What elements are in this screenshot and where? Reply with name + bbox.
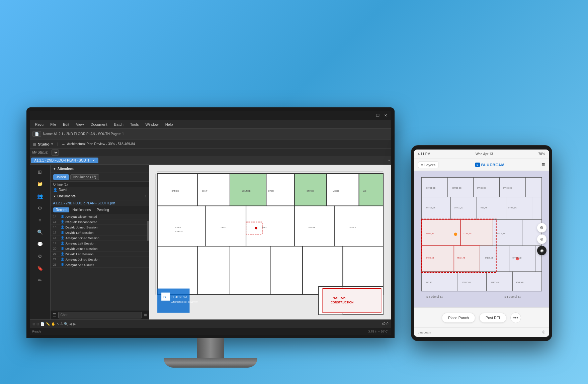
sidebar-search-icon[interactable]: 🔍 (34, 227, 46, 237)
record-item-16: 16 👤 David: Joined Session (51, 225, 149, 230)
sidebar-chat-bubble-icon[interactable]: 💬 (34, 239, 46, 249)
tablet-time: 4:11 PM (418, 152, 430, 156)
tablet-device: 4:11 PM Wed Apr 13 70% ≡ Layers B BLUEBE… (411, 146, 552, 341)
sidebar-settings-icon[interactable]: ⚙ (34, 203, 46, 213)
joined-tab[interactable]: Joined (53, 174, 69, 180)
grid-tb-icon[interactable]: ⊞ (32, 322, 35, 326)
menu-batch[interactable]: Batch (111, 122, 126, 127)
not-joined-tab[interactable]: Not Joined (12) (70, 174, 99, 180)
title-bar: — ❐ ✕ (30, 111, 391, 120)
title-bar-controls: — ❐ ✕ (367, 113, 389, 118)
text-icon[interactable]: A (61, 322, 63, 326)
forward-icon[interactable]: ▶ (73, 322, 76, 326)
menu-view[interactable]: View (73, 122, 87, 127)
svg-text:CONF_AB: CONF_AB (426, 233, 434, 234)
svg-point-30 (255, 227, 257, 229)
pending-tab[interactable]: Pending (94, 207, 112, 212)
svg-text:OFFICE_DE: OFFICE_DE (452, 187, 461, 189)
attendees-label: Attendees (57, 167, 73, 171)
documents-label: Documents (57, 194, 75, 198)
grid-icon: ▦ (32, 142, 36, 147)
menu-file[interactable]: File (48, 122, 59, 127)
svg-text:OFFICE: OFFICE (171, 190, 179, 192)
tablet-bottom-bar: bluebeam ⓘ (414, 327, 549, 337)
svg-text:—: — (482, 295, 485, 298)
svg-rect-7 (327, 174, 359, 206)
menu-help[interactable]: Help (163, 122, 176, 127)
studio-session-name: Architectural Plan Review - 30% - 518-46… (67, 142, 135, 146)
compass-icon[interactable]: ◉ (537, 246, 547, 255)
pan-icon[interactable]: ✋ (51, 322, 55, 326)
menu-document[interactable]: Document (88, 122, 110, 127)
sidebar-layers-icon[interactable]: ≡ (34, 215, 46, 225)
more-options-button[interactable]: ••• (510, 312, 521, 323)
post-rfi-button[interactable]: Post RFI (479, 313, 506, 323)
bb-logo-text: BLUEBEAM (481, 163, 505, 167)
file-btn[interactable]: 📄 (32, 131, 41, 137)
map-controls: ⚙ ⊕ ◉ (537, 223, 547, 255)
menu-tools[interactable]: Tools (128, 122, 142, 127)
sidebar-home-icon[interactable]: ⊞ (34, 167, 46, 177)
back-icon[interactable]: ◀ (69, 322, 72, 326)
close-button[interactable]: ✕ (383, 113, 389, 118)
svg-text:OFFICE: OFFICE (175, 230, 183, 232)
align-icon[interactable]: ⊟ (36, 322, 39, 326)
record-list: 14 👤 Ameya: Disconnected 15 👤 Raquel: Di… (51, 214, 149, 310)
select-icon[interactable]: ↖ (57, 322, 59, 326)
sidebar-people-icon[interactable]: 👥 (34, 191, 46, 201)
svg-rect-3 (197, 174, 230, 206)
minimize-button[interactable]: — (367, 113, 372, 118)
blueprint-svg: B BLUEBEAM A NEMETSCHEK COMPANY O (149, 165, 391, 319)
maximize-button[interactable]: ❐ (375, 113, 381, 118)
main-area: ⊞ 📁 👥 ⚙ ≡ 🔍 💬 ⚙ 🔖 ✏ (30, 165, 391, 319)
tab-dropdown-icon[interactable]: ▾ (388, 159, 390, 162)
svg-rect-15 (197, 246, 230, 295)
record-tab[interactable]: Record (53, 207, 69, 212)
filter-icon[interactable]: ⊞ (144, 313, 147, 317)
document-file[interactable]: A1.2.1 - 2ND FLOOR PLAN - SOUTH.pdf (51, 200, 149, 206)
notifications-tab[interactable]: Notifications (70, 207, 93, 212)
svg-text:LOUNGE: LOUNGE (242, 190, 250, 192)
place-punch-button[interactable]: Place Punch (442, 313, 475, 323)
svg-rect-73 (486, 272, 512, 291)
measure-icon[interactable]: 📏 (46, 322, 50, 326)
scrollbar[interactable] (147, 221, 149, 241)
user-icon-22: 👤 (61, 258, 64, 261)
sidebar-gear-icon[interactable]: ⚙ (34, 251, 46, 261)
record-item-21: 21 👤 David: Left Session (51, 252, 149, 257)
svg-text:S Federal St: S Federal St (426, 295, 442, 298)
tab-close-icon[interactable]: ✕ (92, 159, 95, 162)
record-item-20: 20 👤 David: Joined Session (51, 246, 149, 252)
attendee-name: David (59, 188, 68, 192)
svg-text:OFFICE_DE: OFFICE_DE (426, 207, 435, 209)
bluebeam-logo: B BLUEBEAM (475, 163, 505, 167)
tablet-screen: 4:11 PM Wed Apr 13 70% ≡ Layers B BLUEBE… (414, 150, 549, 337)
svg-rect-16 (230, 246, 270, 295)
svg-rect-10 (205, 206, 246, 247)
doc-icon[interactable]: 📄 (40, 322, 45, 326)
zoom-icon[interactable]: 🔍 (64, 322, 68, 326)
sidebar-folder-icon[interactable]: 📁 (34, 179, 46, 189)
sidebar-pen-icon[interactable]: ✏ (34, 275, 46, 285)
location-icon[interactable]: ⊕ (537, 234, 547, 244)
chat-list-icon: ☰ (53, 313, 56, 317)
svg-rect-57 (421, 197, 450, 220)
chat-input[interactable] (58, 312, 142, 318)
tab-floor-plan[interactable]: A1.2.1 - 2ND FLOOR PLAN - SOUTH ✕ (31, 158, 99, 163)
sidebar-bookmark-icon[interactable]: 🔖 (34, 263, 46, 273)
sort-icon[interactable]: ↕ (145, 194, 146, 198)
menu-window[interactable]: Window (143, 122, 161, 127)
status-dropdown[interactable] (52, 150, 59, 156)
tablet-map-area[interactable]: S Federal St — S Federal St (414, 171, 549, 307)
hamburger-menu-icon[interactable]: ≡ (541, 161, 545, 168)
layers-button[interactable]: ≡ Layers (418, 162, 438, 168)
tab-label: A1.2.1 - 2ND FLOOR PLAN - SOUTH (34, 159, 91, 162)
settings-map-icon[interactable]: ⚙ (537, 223, 547, 232)
monitor-bezel: — ❐ ✕ Revu File Edit View Document Batch (26, 107, 395, 338)
document-viewer[interactable]: B BLUEBEAM A NEMETSCHEK COMPANY O (149, 165, 391, 319)
tablet-action-bar: Place Punch Post RFI ••• (414, 307, 549, 327)
monitor-stand-base (164, 358, 257, 368)
menu-revu[interactable]: Revu (32, 122, 47, 127)
info-icon[interactable]: ⓘ (542, 330, 545, 334)
menu-edit[interactable]: Edit (60, 122, 72, 127)
